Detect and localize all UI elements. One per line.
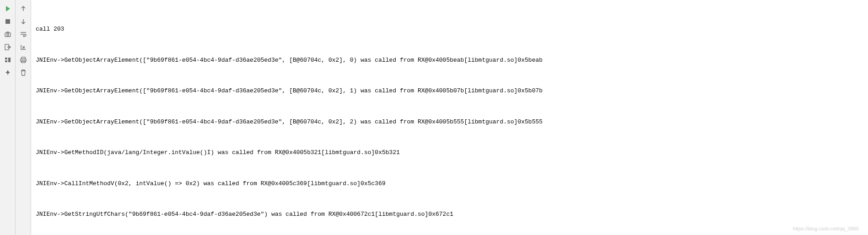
console-line: JNIEnv->CallIntMethodV(0x2, intValue() =… bbox=[36, 179, 868, 189]
print-icon[interactable] bbox=[18, 55, 28, 65]
console-line: JNIEnv->GetObjectArrayElement(["9b69f861… bbox=[36, 117, 868, 128]
svg-point-2 bbox=[6, 34, 8, 36]
exit-icon[interactable] bbox=[3, 42, 13, 52]
watermark: https://blog.csdn.net/qq_3885 bbox=[793, 226, 859, 231]
svg-rect-5 bbox=[5, 60, 7, 62]
up-icon[interactable] bbox=[18, 4, 28, 14]
run-toolbar bbox=[0, 0, 16, 235]
down-icon[interactable] bbox=[18, 16, 28, 27]
console-line: call 203 bbox=[36, 24, 868, 35]
console-toolbar bbox=[16, 0, 31, 235]
console-line: JNIEnv->GetStringUtfChars("9b69f861-e054… bbox=[36, 209, 868, 220]
trash-icon[interactable] bbox=[18, 68, 28, 78]
svg-rect-9 bbox=[22, 61, 25, 63]
scroll-end-icon[interactable] bbox=[18, 42, 28, 52]
stop-icon[interactable] bbox=[3, 16, 13, 27]
pin-icon[interactable] bbox=[3, 68, 13, 78]
console-line: JNIEnv->GetObjectArrayElement(["9b69f861… bbox=[36, 55, 868, 66]
svg-rect-0 bbox=[5, 19, 10, 24]
rerun-icon[interactable] bbox=[3, 4, 13, 14]
svg-rect-4 bbox=[5, 58, 7, 59]
camera-icon[interactable] bbox=[3, 29, 13, 39]
console-line: JNIEnv->GetObjectArrayElement(["9b69f861… bbox=[36, 86, 868, 96]
soft-wrap-icon[interactable] bbox=[18, 29, 28, 39]
console-line: JNIEnv->GetMethodID(java/lang/Integer.in… bbox=[36, 148, 868, 158]
svg-rect-6 bbox=[8, 58, 11, 62]
layout-icon[interactable] bbox=[3, 55, 13, 65]
console-output[interactable]: call 203 JNIEnv->GetObjectArrayElement([… bbox=[31, 0, 868, 235]
